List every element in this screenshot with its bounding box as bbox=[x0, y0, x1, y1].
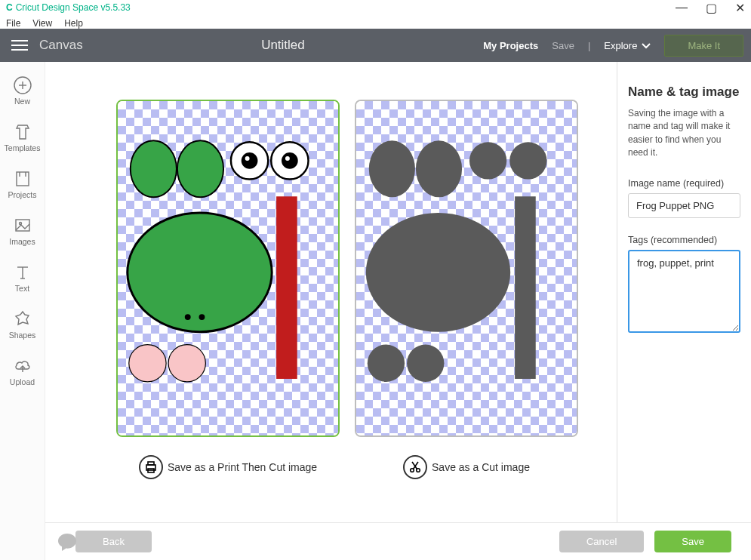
cut-label: Save as a Cut image bbox=[432, 461, 530, 473]
tags-input[interactable] bbox=[628, 250, 740, 333]
svg-point-10 bbox=[19, 223, 21, 225]
app-logo-icon: C bbox=[6, 2, 13, 13]
panel-description: Saving the image with a name and tag wil… bbox=[628, 107, 740, 160]
svg-point-32 bbox=[369, 140, 415, 197]
tool-new-label: New bbox=[14, 97, 30, 106]
image-name-input[interactable] bbox=[628, 193, 740, 218]
name-tag-panel: Name & tag image Saving the image with a… bbox=[617, 62, 751, 560]
workspace: New Templates Projects Images Text Shape… bbox=[0, 62, 751, 560]
svg-point-24 bbox=[185, 314, 191, 320]
app-bar: Canvas Untitled My Projects Save | Explo… bbox=[0, 29, 751, 62]
panel-heading: Name & tag image bbox=[628, 85, 740, 100]
tool-text[interactable]: Text bbox=[0, 260, 45, 296]
frog-shapes-gray-icon bbox=[356, 101, 577, 434]
svg-rect-30 bbox=[148, 462, 154, 465]
menu-bar: File View Help bbox=[0, 15, 751, 29]
explore-label: Explore bbox=[604, 40, 637, 51]
menu-file[interactable]: File bbox=[6, 18, 20, 26]
minimize-icon[interactable]: — bbox=[676, 1, 688, 15]
left-tool-rail: New Templates Projects Images Text Shape… bbox=[0, 62, 45, 560]
svg-point-34 bbox=[469, 142, 506, 179]
tool-shapes-label: Shapes bbox=[9, 331, 36, 340]
tool-images[interactable]: Images bbox=[0, 213, 45, 249]
frog-shapes-color-icon bbox=[118, 101, 338, 434]
svg-rect-9 bbox=[16, 220, 29, 231]
svg-rect-37 bbox=[515, 196, 536, 379]
print-then-cut-option[interactable]: Save as a Print Then Cut image bbox=[139, 455, 317, 479]
cut-card bbox=[355, 100, 578, 437]
app-title: Cricut Design Space v5.5.33 bbox=[16, 2, 131, 13]
tool-templates-label: Templates bbox=[5, 143, 41, 152]
svg-point-27 bbox=[129, 345, 166, 382]
document-title: Untitled bbox=[83, 38, 484, 53]
svg-point-16 bbox=[177, 140, 223, 197]
hamburger-icon[interactable] bbox=[0, 39, 39, 51]
tool-images-label: Images bbox=[9, 237, 35, 246]
cut-panel[interactable]: Save as a Cut image bbox=[355, 100, 578, 479]
svg-point-18 bbox=[242, 152, 258, 169]
window-titlebar: C Cricut Design Space v5.5.33 — ▢ ✕ bbox=[0, 0, 751, 15]
appbar-page-title: Canvas bbox=[39, 38, 83, 53]
print-then-cut-panel[interactable]: Save as a Print Then Cut image bbox=[116, 100, 340, 479]
svg-point-21 bbox=[282, 152, 298, 169]
tool-upload-label: Upload bbox=[10, 377, 35, 386]
cancel-button[interactable]: Cancel bbox=[559, 531, 644, 552]
svg-rect-26 bbox=[276, 196, 297, 379]
tags-label: Tags (recommended) bbox=[628, 235, 740, 245]
print-then-cut-label: Save as a Print Then Cut image bbox=[168, 461, 317, 473]
bottom-action-bar: Back Cancel Save bbox=[45, 522, 751, 560]
menu-view[interactable]: View bbox=[32, 18, 52, 26]
svg-point-22 bbox=[285, 156, 290, 161]
svg-point-33 bbox=[416, 140, 462, 197]
appbar-save-link[interactable]: Save bbox=[552, 40, 574, 51]
tool-upload[interactable]: Upload bbox=[0, 353, 45, 389]
print-then-cut-card bbox=[116, 100, 340, 437]
svg-rect-6 bbox=[17, 172, 29, 186]
printer-icon bbox=[139, 455, 163, 479]
close-icon[interactable]: ✕ bbox=[735, 1, 745, 15]
tool-shapes[interactable]: Shapes bbox=[0, 306, 45, 343]
scissors-icon bbox=[403, 455, 427, 479]
svg-point-38 bbox=[368, 345, 405, 382]
svg-point-39 bbox=[407, 345, 444, 382]
chat-bubble-icon[interactable] bbox=[56, 531, 78, 554]
svg-point-15 bbox=[131, 140, 177, 197]
svg-point-28 bbox=[168, 345, 205, 382]
tool-projects[interactable]: Projects bbox=[0, 166, 45, 202]
my-projects-link[interactable]: My Projects bbox=[483, 40, 538, 51]
make-it-button[interactable]: Make It bbox=[664, 35, 743, 57]
tool-templates[interactable]: Templates bbox=[0, 119, 45, 155]
main-area: Save as a Print Then Cut image bbox=[45, 62, 617, 560]
svg-point-35 bbox=[509, 142, 546, 179]
maximize-icon[interactable]: ▢ bbox=[706, 1, 717, 15]
menu-help[interactable]: Help bbox=[64, 18, 83, 26]
svg-point-25 bbox=[199, 314, 205, 320]
svg-point-19 bbox=[245, 156, 250, 161]
separator: | bbox=[588, 40, 590, 51]
cut-option[interactable]: Save as a Cut image bbox=[403, 455, 530, 479]
svg-point-23 bbox=[128, 213, 272, 332]
explore-dropdown[interactable]: Explore bbox=[604, 40, 651, 51]
tool-new[interactable]: New bbox=[0, 72, 45, 109]
preview-panels: Save as a Print Then Cut image bbox=[45, 62, 617, 560]
back-button[interactable]: Back bbox=[75, 531, 152, 552]
chevron-down-icon bbox=[642, 40, 651, 51]
svg-point-36 bbox=[366, 213, 510, 332]
tool-text-label: Text bbox=[15, 284, 29, 293]
save-button[interactable]: Save bbox=[654, 531, 731, 552]
image-name-label: Image name (required) bbox=[628, 178, 740, 189]
tool-projects-label: Projects bbox=[8, 190, 37, 199]
